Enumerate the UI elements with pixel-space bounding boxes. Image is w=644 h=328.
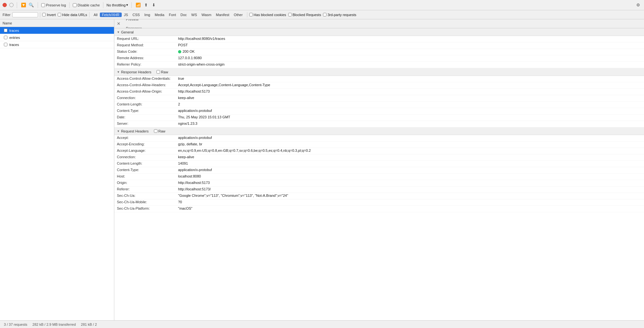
field-value: 2: [178, 102, 641, 106]
clear-icon[interactable]: [9, 3, 14, 7]
disable-cache-checkbox[interactable]: Disable cache: [73, 3, 100, 7]
field-value: application/x-protobuf: [178, 109, 641, 113]
field-name: Date:: [117, 115, 178, 119]
content-area: ▼ General Request URL:http://localhost:8…: [114, 28, 644, 320]
request-raw-checkbox[interactable]: Raw: [154, 129, 166, 133]
preserve-log-checkbox[interactable]: Preserve log: [41, 3, 66, 7]
status-resources: 281 kB / 2: [81, 323, 97, 326]
request-header-row: Content-Type:application/x-protobuf: [114, 167, 644, 174]
response-header-row: Server:nginx/1.23.3: [114, 121, 644, 127]
request-header-row: Sec-Ch-Ua-Platform:"macOS": [114, 206, 644, 212]
type-btn-css[interactable]: CSS: [130, 13, 142, 17]
type-btn-doc[interactable]: Doc: [178, 13, 189, 17]
request-name: entries: [9, 36, 20, 40]
field-name: Access-Control-Allow-Credentials:: [117, 77, 178, 80]
field-name: Request Method:: [117, 43, 178, 47]
tab-close-icon[interactable]: ✕: [116, 21, 121, 27]
field-name: Accept:: [117, 136, 178, 140]
hide-data-urls-checkbox[interactable]: Hide data URLs: [58, 13, 87, 17]
general-field-row: Request URL:http://localhost:8080/v1/tra…: [114, 36, 644, 42]
field-name: Host:: [117, 174, 178, 178]
download-icon[interactable]: ⬇: [150, 2, 157, 8]
wifi-icon[interactable]: 📶: [135, 2, 141, 8]
divider-3: [69, 2, 70, 8]
request-header-row: Connection:keep-alive: [114, 154, 644, 161]
general-section-header: ▼ General: [114, 28, 644, 36]
type-btn-font[interactable]: Font: [166, 13, 178, 17]
tab-preview[interactable]: Preview: [122, 19, 146, 24]
request-name: traces: [9, 43, 19, 47]
type-btn-all[interactable]: All: [91, 13, 100, 17]
request-item[interactable]: entries: [0, 34, 114, 41]
filter-label: Filter: [3, 13, 10, 17]
blocked-requests-checkbox[interactable]: Blocked Requests: [288, 13, 321, 17]
response-header-row: Access-Control-Allow-Headers:Accept,Acce…: [114, 82, 644, 89]
field-value: keep-alive: [178, 96, 641, 100]
field-name: Accept-Language:: [117, 149, 178, 152]
tabs-bar: ✕ HeadersPayloadPreviewResponseInitiator…: [114, 19, 644, 28]
filter-input[interactable]: [12, 12, 38, 17]
response-headers-section-header: ▼ Response Headers Raw: [114, 68, 644, 76]
general-fields: Request URL:http://localhost:8080/v1/tra…: [114, 36, 644, 68]
field-value: http://localhost:5173: [178, 89, 641, 93]
field-name: Sec-Ch-Ua-Platform:: [117, 206, 178, 210]
search-icon[interactable]: 🔍: [28, 2, 34, 8]
type-btn-fetch/xhr[interactable]: Fetch/XHR: [100, 13, 122, 17]
field-value: Accept,Accept-Language,Content-Language,…: [178, 83, 641, 87]
third-party-checkbox[interactable]: 3rd-party requests: [323, 13, 356, 17]
field-value: http://localhost:8080/v1/traces: [178, 37, 641, 41]
field-value: POST: [178, 43, 641, 47]
field-name: Referer:: [117, 187, 178, 191]
upload-icon[interactable]: ⬆: [143, 2, 149, 8]
response-raw-checkbox[interactable]: Raw: [156, 70, 168, 74]
field-name: Remote Address:: [117, 56, 178, 60]
invert-checkbox[interactable]: Invert: [42, 13, 56, 17]
field-value: application/x-protobuf: [178, 168, 641, 172]
filter-icon[interactable]: 🔽: [20, 2, 27, 8]
request-header-row: Accept-Language:en,ru;q=0.9,en-US;q=0.8,…: [114, 148, 644, 154]
type-btn-manifest[interactable]: Manifest: [214, 13, 232, 17]
settings-icon[interactable]: ⚙: [635, 2, 641, 8]
request-item[interactable]: traces: [0, 41, 114, 48]
field-name: Connection:: [117, 155, 178, 159]
type-btn-img[interactable]: Img: [142, 13, 152, 17]
field-name: Content-Length:: [117, 161, 178, 165]
field-name: Connection:: [117, 96, 178, 100]
field-value: 127.0.0.1:8080: [178, 56, 641, 60]
field-name: Origin:: [117, 181, 178, 185]
field-value: localhost:8080: [178, 174, 641, 178]
field-value: 14091: [178, 161, 641, 165]
field-value: "macOS": [178, 206, 641, 210]
filter-bar: Filter Invert Hide data URLs AllFetch/XH…: [0, 10, 644, 19]
field-name: Sec-Ch-Ua:: [117, 194, 178, 197]
throttle-select[interactable]: No throttling ▾: [107, 3, 128, 7]
status-requests: 3 / 37 requests: [4, 323, 27, 326]
type-filter-buttons: AllFetch/XHRJSCSSImgMediaFontDocWSWasmMa…: [91, 13, 245, 17]
response-header-row: Content-Length:2: [114, 102, 644, 108]
record-icon[interactable]: [3, 3, 7, 7]
field-value: true: [178, 77, 641, 80]
type-btn-media[interactable]: Media: [152, 13, 166, 17]
response-header-row: Access-Control-Allow-Credentials:true: [114, 76, 644, 82]
response-chevron: ▼: [117, 70, 120, 74]
type-btn-wasm[interactable]: Wasm: [199, 13, 214, 17]
request-header-row: Accept:application/x-protobuf: [114, 135, 644, 141]
type-btn-js[interactable]: JS: [122, 13, 130, 17]
field-value: gzip, deflate, br: [178, 142, 641, 146]
field-value: keep-alive: [178, 155, 641, 159]
field-name: Referrer Policy:: [117, 62, 178, 66]
request-header-fields: Accept:application/x-protobufAccept-Enco…: [114, 135, 644, 212]
request-header-row: Host:localhost:8080: [114, 174, 644, 180]
toolbar: 🔽 🔍 Preserve log Disable cache No thrott…: [0, 0, 644, 10]
field-value: Thu, 25 May 2023 15:01:13 GMT: [178, 115, 641, 119]
left-panel: Name tracesentriestraces: [0, 19, 114, 320]
field-value: strict-origin-when-cross-origin: [178, 62, 641, 66]
has-blocked-cookies-checkbox[interactable]: Has blocked cookies: [249, 13, 286, 17]
type-btn-ws[interactable]: WS: [189, 13, 199, 17]
request-item[interactable]: traces: [0, 27, 114, 34]
request-header-row: Referer:http://localhost:5173/: [114, 187, 644, 193]
right-panel: ✕ HeadersPayloadPreviewResponseInitiator…: [114, 19, 644, 320]
divider-2: [38, 2, 38, 8]
type-btn-other[interactable]: Other: [232, 13, 245, 17]
divider-4: [103, 2, 103, 8]
